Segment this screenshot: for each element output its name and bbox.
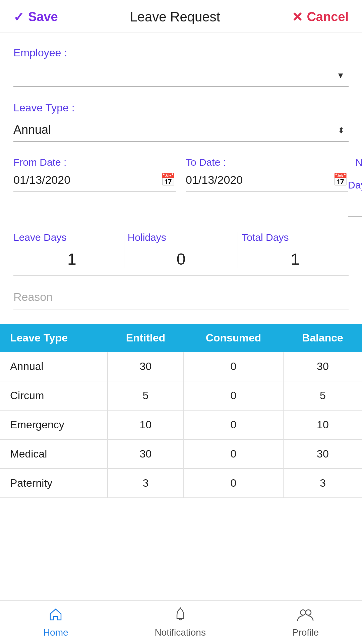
col-header-balance: Balance [283,324,362,352]
cell-balance: 3 [283,469,362,498]
leave-balance-table: Leave Type Entitled Consumed Balance Ann… [0,324,362,498]
leave-days-col: Leave Days 1 [13,232,120,268]
profile-icon [297,607,314,625]
leave-type-select[interactable]: Annual Circum Emergency Medical Paternit… [13,123,349,137]
check-icon: ✓ [13,10,24,24]
employee-section: Employee : ▼ [13,47,349,87]
cell-balance: 10 [283,410,362,439]
cell-consumed: 0 [184,469,283,498]
cell-balance: 30 [283,352,362,381]
total-days-label: Total Days [242,232,349,243]
table-row: Emergency 10 0 10 [0,410,362,439]
col-header-entitled: Entitled [108,324,184,352]
bell-icon [173,607,188,625]
cell-entitled: 30 [108,352,184,381]
reason-input[interactable] [13,286,349,310]
cell-leave-type: Emergency [0,410,108,439]
save-button[interactable]: ✓ Save [13,10,58,24]
svg-point-1 [300,610,306,615]
nav-profile-label: Profile [292,627,319,638]
cell-leave-type: Circum [0,381,108,410]
to-date-col: To Date : 📅 [186,157,348,192]
employee-select[interactable] [13,68,349,82]
cell-entitled: 3 [108,469,184,498]
total-days-value: 1 [242,250,349,268]
table-row: Medical 30 0 30 [0,439,362,469]
leave-type-dropdown[interactable]: Annual Circum Emergency Medical Paternit… [13,119,349,142]
divider-2 [238,232,238,268]
from-date-input[interactable] [13,173,156,186]
to-calendar-icon[interactable]: 📅 [333,173,348,187]
cell-leave-type: Annual [0,352,108,381]
leave-days-value: 1 [13,250,120,268]
bottom-nav: Home Notifications Profile [0,600,362,644]
cell-balance: 5 [283,381,362,410]
nav-notifications[interactable]: Notifications [155,607,206,638]
nav-profile[interactable]: Profile [292,607,319,638]
table-header-row: Leave Type Entitled Consumed Balance [0,324,362,352]
divider-1 [124,232,124,268]
holidays-label: Holidays [128,232,235,243]
summary-row: Leave Days 1 Holidays 0 Total Days 1 [13,232,349,276]
to-date-input[interactable] [186,173,328,186]
no-of-days-col: No. of Days 1 [348,157,362,217]
leave-type-section: Leave Type : Annual Circum Emergency Med… [13,102,349,142]
no-of-days-wrapper: 1 [348,196,362,217]
leave-days-label: Leave Days [13,232,120,243]
nav-home[interactable]: Home [43,607,68,638]
cancel-label: Cancel [307,10,349,24]
to-date-label: To Date : [186,157,348,168]
cell-entitled: 30 [108,439,184,469]
cell-leave-type: Medical [0,439,108,469]
cell-consumed: 0 [184,381,283,410]
cell-entitled: 10 [108,410,184,439]
employee-dropdown[interactable]: ▼ [13,64,349,87]
total-days-col: Total Days 1 [242,232,349,268]
leave-type-label: Leave Type : [13,102,349,114]
holidays-value: 0 [128,250,235,268]
cancel-button[interactable]: ✕ Cancel [292,10,349,24]
cell-balance: 30 [283,439,362,469]
save-label: Save [28,10,58,24]
from-calendar-icon[interactable]: 📅 [161,173,176,187]
cell-consumed: 0 [184,352,283,381]
table-row: Paternity 3 0 3 [0,469,362,498]
x-icon: ✕ [292,10,303,24]
table-row: Annual 30 0 30 [0,352,362,381]
svg-point-2 [306,610,311,615]
date-row: From Date : 📅 To Date : 📅 No. of Days 1 [13,157,349,217]
to-date-wrapper: 📅 [186,173,348,192]
table-row: Circum 5 0 5 [0,381,362,410]
cell-leave-type: Paternity [0,469,108,498]
from-date-col: From Date : 📅 [13,157,176,192]
holidays-col: Holidays 0 [128,232,235,268]
page-title: Leave Request [130,9,220,24]
cell-entitled: 5 [108,381,184,410]
nav-notifications-label: Notifications [155,627,206,638]
reason-section [13,286,349,310]
col-header-consumed: Consumed [184,324,283,352]
from-date-label: From Date : [13,157,176,168]
cell-consumed: 0 [184,439,283,469]
cell-consumed: 0 [184,410,283,439]
from-date-wrapper: 📅 [13,173,176,192]
col-header-leave-type: Leave Type [0,324,108,352]
employee-label: Employee : [13,47,349,59]
nav-home-label: Home [43,627,68,638]
home-icon [48,607,63,625]
no-of-days-label: No. of Days [348,157,362,191]
